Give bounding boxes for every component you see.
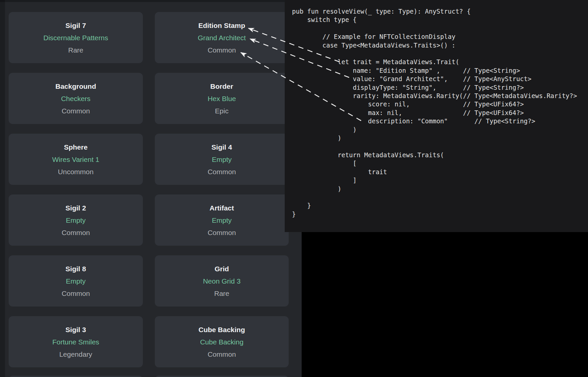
trait-rarity: Epic	[215, 105, 229, 117]
trait-rarity: Common	[208, 166, 236, 178]
trait-name: Cube Backing	[198, 323, 245, 336]
trait-name: Sigil 3	[65, 323, 86, 336]
trait-rarity: Common	[208, 226, 236, 239]
trait-name: Sphere	[64, 141, 87, 153]
trait-card-sigil-4: Sigil 4 Empty Common	[155, 134, 289, 185]
trait-rarity: Common	[208, 44, 236, 56]
trait-value: Checkers	[61, 92, 91, 105]
trait-value: Fortune Smiles	[52, 336, 99, 348]
trait-card-grid: Grid Neon Grid 3 Rare	[155, 255, 289, 307]
trait-name: Border	[210, 80, 233, 92]
trait-value: Empty	[66, 214, 86, 226]
trait-rarity: Uncommon	[58, 166, 93, 178]
trait-value: Cube Backing	[200, 336, 244, 348]
trait-name: Sigil 2	[65, 202, 86, 214]
screenshot-stage: Sigil 7 Discernable Patterns Rare Editio…	[0, 0, 588, 377]
trait-rarity: Rare	[214, 287, 230, 300]
code-text: pub fun resolveView(_ type: Type): AnySt…	[285, 0, 588, 218]
trait-value: Wires Varient 1	[52, 153, 99, 166]
trait-name: Artifact	[210, 202, 234, 214]
partial-trait-card	[155, 376, 289, 377]
trait-card-artifact: Artifact Empty Common	[155, 194, 289, 246]
trait-value: Empty	[212, 153, 232, 166]
trait-value: Empty	[212, 214, 232, 226]
trait-name: Grid	[215, 263, 229, 275]
trait-cards-grid: Sigil 7 Discernable Patterns Rare Editio…	[9, 12, 289, 367]
trait-name: Edition Stamp	[198, 19, 245, 32]
trait-card-sigil-8: Sigil 8 Empty Common	[9, 255, 143, 307]
trait-rarity: Common	[61, 226, 90, 239]
trait-value: Grand Architect	[198, 32, 246, 44]
trait-card-sigil-3: Sigil 3 Fortune Smiles Legendary	[9, 316, 143, 367]
trait-name: Background	[55, 80, 96, 92]
trait-name: Sigil 8	[65, 263, 86, 275]
trait-card-background: Background Checkers Common	[9, 73, 143, 124]
left-edge-shade	[0, 0, 5, 377]
trait-rarity: Common	[208, 348, 236, 360]
top-edge-shade	[0, 0, 302, 2]
trait-card-cube-backing: Cube Backing Cube Backing Common	[155, 316, 289, 367]
trait-rarity: Legendary	[59, 348, 92, 360]
trait-rarity: Common	[61, 105, 90, 117]
trait-card-border: Border Hex Blue Epic	[155, 73, 289, 124]
trait-card-edition-stamp: Edition Stamp Grand Architect Common	[155, 12, 289, 63]
trait-name: Sigil 7	[65, 19, 86, 32]
trait-card-sigil-7: Sigil 7 Discernable Patterns Rare	[9, 12, 143, 63]
code-panel: pub fun resolveView(_ type: Type): AnySt…	[285, 0, 588, 232]
trait-rarity: Rare	[68, 44, 83, 56]
trait-card-sphere: Sphere Wires Varient 1 Uncommon	[9, 134, 143, 185]
trait-value: Empty	[66, 275, 86, 287]
trait-rarity: Common	[61, 287, 90, 300]
trait-value: Neon Grid 3	[203, 275, 241, 287]
trait-value: Discernable Patterns	[44, 32, 108, 44]
partial-trait-card	[9, 376, 143, 377]
trait-name: Sigil 4	[212, 141, 232, 153]
traits-region: Sigil 7 Discernable Patterns Rare Editio…	[0, 0, 302, 377]
trait-value: Hex Blue	[208, 92, 236, 105]
trait-card-sigil-2: Sigil 2 Empty Common	[9, 194, 143, 246]
